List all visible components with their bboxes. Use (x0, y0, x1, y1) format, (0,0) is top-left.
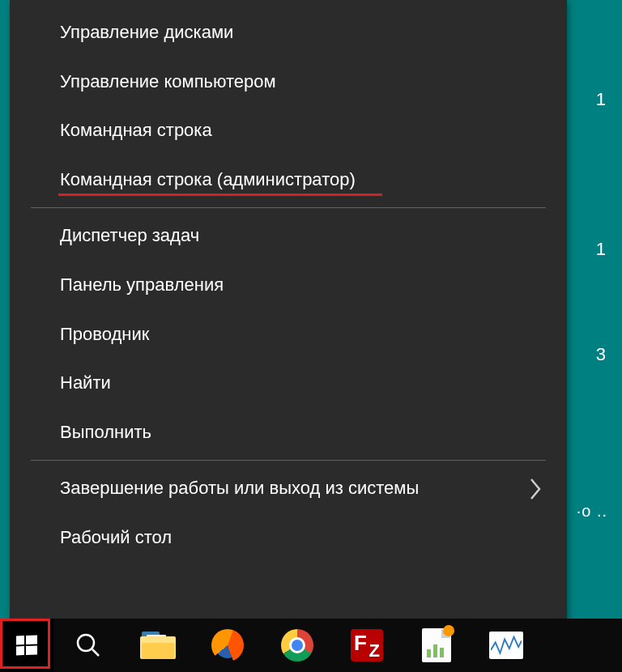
taskbar-performance-monitor[interactable] (471, 619, 541, 672)
desktop-text-fragment: ·o .. (577, 502, 607, 521)
menu-item-label: Завершение работы или выход из системы (60, 478, 419, 498)
menu-separator (31, 207, 546, 208)
annotation-underline (58, 194, 382, 196)
menu-item[interactable]: Найти (10, 359, 567, 408)
menu-item[interactable]: Выполнить (10, 408, 567, 457)
menu-item[interactable]: Рабочий стол (10, 513, 567, 563)
taskbar-filezilla[interactable]: FZ (332, 619, 402, 672)
menu-item[interactable]: Проводник (10, 310, 567, 359)
taskbar: FZ (0, 619, 622, 672)
menu-item[interactable]: Завершение работы или выход из системы (10, 464, 567, 513)
firefox-icon (211, 629, 244, 661)
desktop-text-fragment: 1 (596, 89, 606, 110)
menu-separator (31, 460, 546, 461)
start-button[interactable] (0, 619, 53, 672)
filezilla-icon: FZ (351, 629, 383, 661)
document-chart-icon (422, 628, 451, 662)
winx-context-menu: Управление дискамиУправление компьютером… (10, 0, 567, 627)
menu-item-label: Диспетчер задач (60, 225, 199, 245)
chevron-right-icon (530, 478, 543, 500)
menu-item-label: Выполнить (60, 422, 151, 442)
menu-item[interactable]: Управление дисками (10, 8, 567, 57)
file-explorer-icon (140, 632, 176, 659)
taskbar-app-document[interactable] (402, 619, 471, 672)
desktop-text-fragment: 1 (596, 239, 606, 260)
desktop-text-fragment: 3 (596, 344, 606, 365)
menu-item[interactable]: Панель управления (10, 261, 567, 310)
taskbar-file-explorer[interactable] (123, 619, 193, 672)
menu-item-label: Управление дисками (60, 22, 233, 42)
svg-line-1 (92, 649, 99, 656)
taskbar-firefox[interactable] (193, 619, 262, 672)
menu-item-label: Найти (60, 372, 111, 393)
search-icon (72, 629, 104, 661)
menu-item-label: Проводник (60, 324, 149, 344)
chrome-icon (281, 629, 313, 661)
menu-item-label: Управление компьютером (60, 71, 276, 91)
menu-item-label: Командная строка (60, 120, 212, 140)
menu-item-label: Командная строка (администратор) (60, 169, 356, 189)
performance-monitor-icon (489, 632, 523, 659)
desktop: 1 1 3 ·o .. Управление дискамиУправление… (0, 0, 622, 672)
menu-item[interactable]: Диспетчер задач (10, 211, 567, 261)
menu-item-label: Рабочий стол (60, 527, 172, 547)
windows-logo-icon (16, 636, 37, 656)
taskbar-chrome[interactable] (262, 619, 332, 672)
menu-item-label: Панель управления (60, 274, 224, 295)
menu-item[interactable]: Командная строка (администратор) (10, 155, 567, 205)
taskbar-search-button[interactable] (53, 619, 123, 672)
menu-item[interactable]: Командная строка (10, 106, 567, 155)
svg-point-0 (78, 635, 94, 651)
menu-item[interactable]: Управление компьютером (10, 57, 567, 107)
